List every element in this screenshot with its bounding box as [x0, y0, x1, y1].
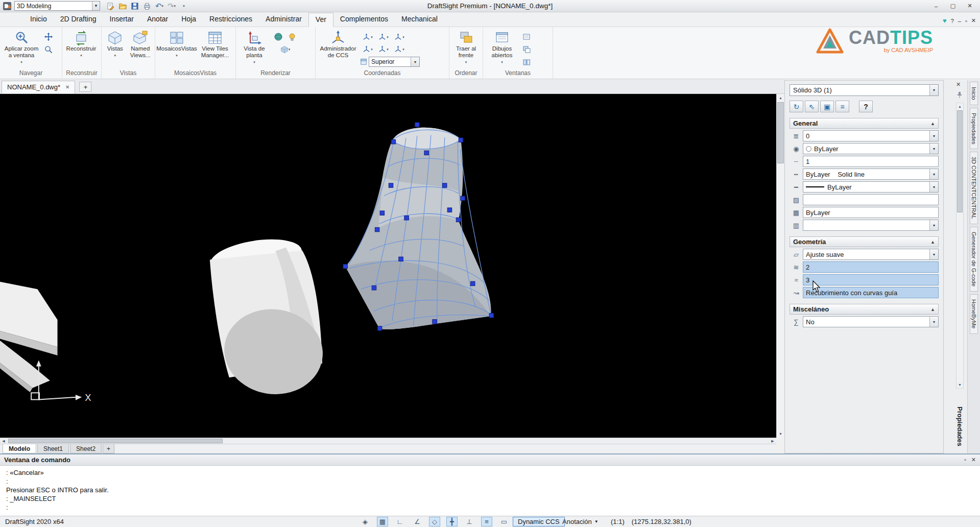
help-icon[interactable]: ?: [951, 18, 954, 24]
selection-grip[interactable]: [377, 326, 382, 330]
print-button[interactable]: [142, 1, 152, 11]
workspace-edit-button[interactable]: [105, 1, 115, 11]
selection-grip[interactable]: [461, 196, 465, 200]
property-field-surface-smoothing[interactable]: Ajuste suave▾: [803, 249, 939, 260]
ccs-manager-button[interactable]: Administrador de CCS: [318, 29, 358, 59]
entity-type-select[interactable]: Sólido 3D (1) ▾: [790, 84, 939, 96]
vertical-scroll-thumb[interactable]: [777, 102, 784, 163]
customize-qat-button[interactable]: ▾: [179, 1, 189, 11]
dynamic-input-toggle[interactable]: ▭: [498, 517, 510, 526]
cylinder-solid[interactable]: [208, 234, 329, 401]
close-window-icon[interactable]: ✕: [971, 457, 976, 463]
ccs-3point-button[interactable]: ▾: [360, 43, 375, 55]
collapse-arrow-icon[interactable]: ▲: [930, 239, 935, 245]
chevron-down-icon[interactable]: ▾: [371, 35, 373, 39]
app-icon[interactable]: [3, 2, 12, 11]
redo-button[interactable]: ↷▾: [166, 1, 177, 11]
selection-grip[interactable]: [404, 216, 409, 220]
annotation-select[interactable]: Anotación ▼: [562, 518, 599, 525]
dropdown-arrow-icon[interactable]: ▾: [929, 182, 938, 192]
quick-filter-button[interactable]: ≡: [835, 101, 849, 112]
command-history[interactable]: : «Cancelar»:Presionar ESC o INTRO para …: [0, 466, 980, 514]
palette-tab-propiedades[interactable]: Propiedades: [970, 108, 978, 150]
selection-grip[interactable]: [389, 183, 393, 187]
chevron-down-icon[interactable]: ▾: [402, 47, 404, 52]
horizontal-scrollbar[interactable]: ◀ ▶: [0, 438, 776, 444]
model-viewport[interactable]: X: [0, 94, 776, 438]
snap-toggle[interactable]: ◈: [360, 517, 371, 526]
collapse-arrow-icon[interactable]: ▲: [930, 121, 935, 126]
ccs-toggle[interactable]: ⊥: [464, 517, 475, 526]
view-tiles-button[interactable]: MosaicosVistas ▾: [157, 29, 196, 59]
property-field-layer[interactable]: 0▾: [803, 130, 939, 141]
property-field-loft-type[interactable]: Recubrimiento con curvas guía: [803, 287, 939, 298]
selection-grip[interactable]: [447, 208, 452, 212]
view-tiles-manager-button[interactable]: View Tiles Manager...: [198, 29, 232, 59]
vertical-scrollbar[interactable]: ▲ ▼: [776, 94, 784, 438]
chevron-down-icon[interactable]: ▾: [114, 52, 116, 59]
views-button[interactable]: Vistas ▾: [104, 29, 127, 59]
ccs-origin-button[interactable]: ▾: [376, 31, 391, 43]
plan-view-button[interactable]: Vista de planta ▾: [238, 29, 271, 65]
section-header-general[interactable]: General▲: [790, 118, 939, 129]
scroll-up-icon[interactable]: ▲: [777, 94, 784, 102]
scroll-down-icon[interactable]: ▼: [957, 381, 963, 388]
menu-tab-ver[interactable]: Ver: [308, 13, 333, 27]
menu-tab-inicio[interactable]: Inicio: [23, 13, 54, 27]
tile-vertical-button[interactable]: [520, 57, 533, 68]
chevron-down-icon[interactable]: ▾: [20, 59, 22, 65]
ccs-entity-button[interactable]: ▾: [376, 43, 391, 55]
pin-panel-icon[interactable]: [957, 91, 962, 101]
palette-tab-3d-contentcentral[interactable]: 3D CONTENTCENTRAL: [970, 152, 978, 224]
selection-grip[interactable]: [424, 151, 429, 155]
chevron-down-icon[interactable]: ▾: [162, 4, 164, 8]
sheet-tab-sheet1[interactable]: Sheet1: [37, 444, 69, 453]
scroll-left-icon[interactable]: ◀: [0, 438, 7, 444]
dropdown-arrow-icon[interactable]: ▾: [929, 169, 938, 179]
box-solid[interactable]: [0, 282, 58, 392]
chevron-down-icon[interactable]: ▾: [387, 35, 389, 39]
new-document-tab-button[interactable]: +: [79, 82, 91, 92]
sheet-tab-modelo[interactable]: Modelo: [3, 444, 36, 453]
selection-grip[interactable]: [380, 211, 385, 215]
chevron-down-icon[interactable]: ▾: [174, 4, 176, 8]
shade-mode-button[interactable]: ▾: [272, 44, 298, 55]
close-panel-icon[interactable]: ✕: [956, 81, 961, 88]
menu-tab-2d-drafting[interactable]: 2D Drafting: [54, 13, 103, 27]
lineweight-toggle[interactable]: ≡: [481, 517, 492, 526]
mdi-minimize-button[interactable]: –: [958, 18, 961, 24]
select-arrow-button[interactable]: ⇖: [805, 101, 819, 112]
chevron-down-icon[interactable]: ▾: [253, 59, 255, 65]
render-button[interactable]: [272, 31, 284, 42]
float-window-icon[interactable]: ▫: [964, 457, 966, 463]
menu-tab-hoja[interactable]: Hoja: [175, 13, 203, 27]
3d-scene[interactable]: X: [0, 94, 776, 438]
chevron-down-icon[interactable]: ▼: [92, 2, 100, 10]
rebuild-button[interactable]: Reconstruir ▾: [64, 29, 98, 59]
palette-tab-homebyme[interactable]: HomeByMe: [970, 294, 978, 333]
chevron-down-icon[interactable]: ▾: [387, 47, 389, 52]
property-field-material[interactable]: ByLayer: [803, 207, 939, 218]
zoom-dynamic-button[interactable]: [42, 44, 55, 55]
dynamic-ccs-button[interactable]: Dynamic CCS: [513, 517, 565, 526]
polar-toggle[interactable]: ∠: [412, 517, 423, 526]
dropdown-arrow-icon[interactable]: ▾: [929, 131, 938, 141]
property-field-isolines-u[interactable]: 2: [803, 261, 939, 273]
property-field-linestyle-scale[interactable]: 1: [803, 156, 939, 167]
view-orientation-select[interactable]: Superior ▾: [369, 57, 420, 67]
selection-grip[interactable]: [391, 140, 396, 144]
chevron-down-icon[interactable]: ▼: [594, 519, 599, 524]
select-entities-button[interactable]: ▣: [820, 101, 834, 112]
open-drawings-button[interactable]: Dibujos abiertos ▾: [485, 29, 519, 65]
zoom-window-button[interactable]: Aplicar zoom a ventana ▾: [2, 29, 41, 65]
chevron-down-icon[interactable]: ▾: [411, 57, 419, 66]
esnap-toggle[interactable]: ◇: [429, 517, 440, 526]
section-header-geometr-a[interactable]: Geometría▲: [790, 236, 939, 247]
refresh-selection-button[interactable]: ↻: [790, 101, 803, 112]
section-header-miscel-neo[interactable]: Misceláneo▲: [790, 304, 939, 315]
dropdown-arrow-icon[interactable]: ▾: [929, 220, 938, 230]
named-views-button[interactable]: Named Views...: [128, 29, 153, 59]
selection-grip[interactable]: [399, 257, 403, 261]
scroll-up-icon[interactable]: ▲: [957, 103, 963, 110]
property-field-line-color[interactable]: ByLayer▾: [803, 143, 939, 154]
